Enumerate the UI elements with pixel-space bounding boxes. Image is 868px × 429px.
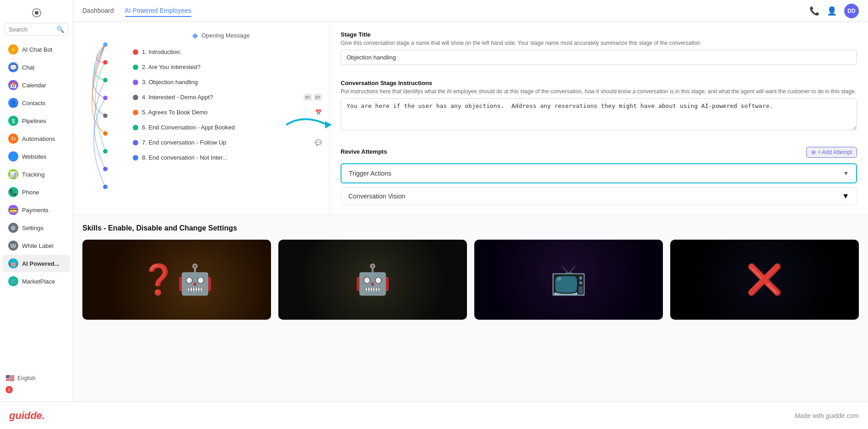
stage-instructions-input[interactable]: You are here if the user has any objecti… — [341, 98, 857, 130]
sidebar-nav: ⚡ AI Chat Bot 💬 Chat 📅 Calendar 👤 Contac… — [0, 40, 73, 290]
skill-card-2-illustration: 🤖 — [278, 240, 467, 320]
stage-item-badges-5: 📅 — [315, 109, 322, 116]
stage-items-dynamic: 1. Introduction. 2. Are You Interested? … — [133, 44, 329, 165]
opening-message-label: Opening Message — [201, 32, 250, 39]
sidebar-icon-13: 🛒 — [8, 276, 18, 286]
sidebar-item-websites[interactable]: 🌐 Websites — [3, 148, 70, 165]
sidebar-item-tracking[interactable]: 📊 Tracking — [3, 166, 70, 183]
sidebar-icon-10: ⚙ — [8, 223, 18, 233]
svg-point-4 — [103, 113, 108, 118]
conversation-vision-section[interactable]: Conversation Vision ▼ — [341, 187, 857, 205]
sidebar-icon-2: 📅 — [8, 80, 18, 90]
svg-point-7 — [103, 167, 108, 172]
stage-label-4: 4. Interested - Demo Appt? — [142, 94, 300, 101]
sidebar-item-contacts[interactable]: 👤 Contacts — [3, 94, 70, 112]
language-selector[interactable]: 🇺🇸 English — [5, 374, 67, 382]
opening-icon: ◆ — [192, 31, 198, 40]
user-avatar[interactable]: DD — [844, 4, 859, 18]
top-nav: Dashboard AI Powered Employees 📞 👤 DD — [73, 0, 868, 22]
sidebar-item-ai-chat-bot[interactable]: ⚡ AI Chat Bot — [3, 41, 70, 58]
stage-item-7[interactable]: 7. End conversation - Follow Up 💬 — [133, 135, 329, 150]
stage-list: ◆ Opening Message 1. Introduction. 2. Ar… — [73, 22, 330, 214]
skill-card-2[interactable]: 🤖 — [278, 240, 467, 320]
sidebar-label-10: Settings — [22, 225, 43, 231]
sidebar-icon-7: 📊 — [8, 169, 18, 179]
skill-card-3[interactable]: 📺 — [474, 240, 663, 320]
stage-dot-7 — [133, 140, 138, 145]
sidebar-label-3: Contacts — [22, 100, 45, 107]
stage-label-3: 3. Objection handling — [142, 79, 322, 86]
main-content: Dashboard AI Powered Employees 📞 👤 DD — [73, 0, 868, 402]
stage-dot-5 — [133, 110, 138, 115]
sidebar-label-6: Websites — [22, 153, 46, 160]
stage-item-badges-7: 💬 — [315, 139, 322, 146]
svg-point-5 — [103, 131, 108, 136]
stage-item-8[interactable]: 8. End conversation - Not Inter... — [133, 150, 329, 165]
stage-diagram-svg — [78, 36, 133, 196]
record-button[interactable] — [32, 8, 41, 17]
calendar-icon: 📅 — [315, 109, 322, 116]
search-container[interactable]: 🔍 — [5, 23, 68, 36]
stage-item-5[interactable]: 5. Agrees To Book Demo 📅 — [133, 105, 329, 120]
add-attempt-icon: ⊕ — [811, 149, 816, 156]
trigger-chevron-icon: ▼ — [843, 170, 849, 177]
sidebar-item-phone[interactable]: 📞 Phone — [3, 183, 70, 201]
tag-icon: 🏷 — [314, 94, 322, 101]
stage-item-4[interactable]: 4. Interested - Demo Appt? 🏷🏷 — [133, 90, 329, 105]
sidebar-label-7: Tracking — [22, 171, 44, 178]
skill-card-4[interactable]: ❌ — [670, 240, 859, 320]
skill-card-3-illustration: 📺 — [474, 240, 663, 320]
svg-point-8 — [103, 185, 108, 189]
sidebar-icon-6: 🌐 — [8, 151, 18, 161]
tab-dashboard[interactable]: Dashboard — [82, 5, 114, 17]
sidebar-icon-11: W — [8, 241, 18, 251]
sidebar-icon-12: 🤖 — [8, 258, 18, 268]
stage-dot-2 — [133, 64, 138, 70]
add-attempt-button[interactable]: ⊕ + Add Attempt — [806, 147, 857, 158]
conv-vision-chevron-icon: ▼ — [842, 192, 849, 200]
sidebar-item-settings[interactable]: ⚙ Settings — [3, 219, 70, 236]
skill-card-1-illustration: ❓🤖 — [82, 240, 271, 320]
sidebar-icon-3: 👤 — [8, 98, 18, 108]
notification-badge[interactable]: 2 — [5, 386, 13, 393]
sidebar-item-pipelines[interactable]: $ Pipelines — [3, 112, 70, 129]
trigger-actions-section[interactable]: Trigger Actions ▼ — [341, 163, 857, 183]
sidebar-item-chat[interactable]: 💬 Chat — [3, 59, 70, 76]
stage-item-3[interactable]: 3. Objection handling — [133, 75, 329, 90]
stage-item-6[interactable]: 6. End Conversation - Appt Booked — [133, 120, 329, 135]
stage-item-1[interactable]: 1. Introduction. — [133, 44, 329, 59]
sidebar-item-white-label[interactable]: W White Label — [3, 237, 70, 254]
skill-card-1[interactable]: ❓🤖 — [82, 240, 271, 320]
sidebar-item-payments[interactable]: 💳 Payments — [3, 201, 70, 219]
skills-section-title: Skills - Enable, Disable and Change Sett… — [82, 224, 859, 232]
conv-vision-label: Conversation Vision — [348, 193, 405, 200]
search-icon: 🔍 — [56, 26, 64, 33]
language-label: English — [17, 375, 35, 381]
svg-point-0 — [103, 43, 108, 47]
stage-items-list: ◆ Opening Message 1. Introduction. 2. Ar… — [133, 27, 329, 165]
search-input[interactable] — [9, 26, 54, 33]
sidebar-icon-8: 📞 — [8, 187, 18, 197]
scroll-area: ◆ Opening Message 1. Introduction. 2. Ar… — [73, 22, 868, 402]
svg-point-1 — [103, 60, 108, 64]
stage-instructions-section: Conversation Stage Instructions Put inst… — [341, 80, 857, 139]
sidebar-item-ai-powered---[interactable]: 🤖 AI Powered... — [3, 255, 70, 272]
sidebar-icon-0: ⚡ — [8, 44, 18, 54]
user-icon[interactable]: 👤 — [827, 6, 837, 16]
opening-message-item[interactable]: ◆ Opening Message — [192, 27, 329, 44]
sidebar-item-marketplace[interactable]: 🛒 MarketPlace — [3, 273, 70, 290]
trigger-actions-label: Trigger Actions — [349, 170, 391, 177]
stage-instructions-hint: Put instructions here that identifys wha… — [341, 88, 857, 95]
stage-title-section: Stage Title Give this conversation stage… — [341, 31, 857, 72]
stage-title-input[interactable] — [341, 50, 857, 65]
stage-dot-6 — [133, 125, 138, 130]
phone-icon[interactable]: 📞 — [809, 6, 819, 16]
tab-ai-powered[interactable]: AI Powered Employees — [125, 5, 192, 17]
stage-item-2[interactable]: 2. Are You Interested? — [133, 59, 329, 75]
sidebar-item-automations[interactable]: ↻ Automations — [3, 130, 70, 147]
svg-point-3 — [103, 96, 108, 100]
sidebar-item-calendar[interactable]: 📅 Calendar — [3, 76, 70, 94]
sidebar-label-4: Pipelines — [22, 118, 46, 124]
sidebar-icon-5: ↻ — [8, 134, 18, 144]
stage-label-5: 5. Agrees To Book Demo — [142, 109, 311, 116]
